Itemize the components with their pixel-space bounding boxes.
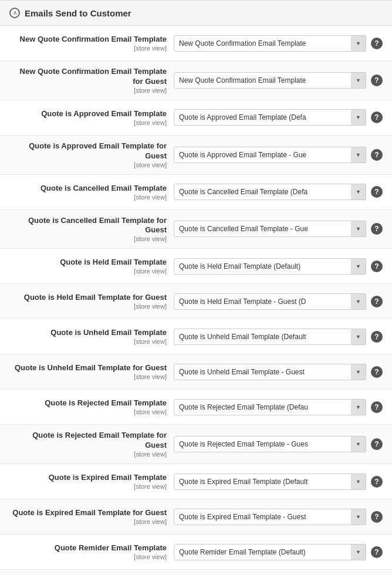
row-control: New Quote Confirmation Email Template? <box>174 35 383 52</box>
row-control: New Quote Confirmation Email Template? <box>174 72 383 89</box>
row-label: Quote Remider Email Template[store view] <box>9 543 174 560</box>
template-select[interactable]: Quote is Approved Email Template - Gue <box>174 147 366 163</box>
row-label-main: New Quote Confirmation Email Template <box>9 35 167 45</box>
select-wrapper: New Quote Confirmation Email Template <box>174 35 366 52</box>
row-label: Quote is Expired Email Template for Gues… <box>9 508 174 525</box>
row-label-main: Quote is Rejected Email Template <box>9 398 167 408</box>
row-label: Quote is Held Email Template for Guest[s… <box>9 293 174 310</box>
help-icon[interactable]: ? <box>371 75 383 86</box>
row-label-sub: [store view] <box>9 235 167 242</box>
template-select[interactable]: Quote is Cancelled Email Template (Defa <box>174 184 366 200</box>
template-select[interactable]: Quote is Expired Email Template (Default <box>174 473 366 490</box>
row-label: Quote is Cancelled Email Template for Gu… <box>9 216 174 243</box>
help-icon[interactable]: ? <box>371 546 383 558</box>
help-icon[interactable]: ? <box>371 223 383 235</box>
section-header[interactable]: Emails Send to Customer <box>0 0 392 26</box>
config-rows: New Quote Confirmation Email Template[st… <box>0 26 392 575</box>
row-label-main: Quote is Cancelled Email Template <box>9 184 167 194</box>
row-label: Quote is Approved Email Template for Gue… <box>9 141 174 168</box>
row-control: Quote is Approved Email Template - Gue? <box>174 147 383 163</box>
template-select[interactable]: New Quote Confirmation Email Template <box>174 35 366 52</box>
help-icon[interactable]: ? <box>371 149 383 161</box>
row-label-main: Quote is Unheld Email Template <box>9 328 167 338</box>
help-icon[interactable]: ? <box>371 476 383 488</box>
config-row: Quote is Rejected Email Template[store v… <box>0 390 392 425</box>
help-icon[interactable]: ? <box>371 261 383 272</box>
config-row: Quote is Approved Email Template[store v… <box>0 100 392 136</box>
section-container: Emails Send to Customer New Quote Confir… <box>0 0 392 575</box>
row-label-sub: [store view] <box>9 451 167 458</box>
row-label-sub: [store view] <box>9 408 167 415</box>
template-select[interactable]: Quote is Held Email Template (Default) <box>174 258 366 275</box>
row-label-sub: [store view] <box>9 373 167 380</box>
select-wrapper: Quote is Cancelled Email Template - Gue <box>174 221 366 237</box>
collapse-icon[interactable] <box>9 8 20 18</box>
row-label-main: Quote is Held Email Template <box>9 258 167 268</box>
help-icon[interactable]: ? <box>371 366 383 378</box>
config-row: Quote is Cancelled Email Template for Gu… <box>0 210 392 249</box>
row-label-main: Quote is Rejected Email Template for Gue… <box>9 431 167 451</box>
help-icon[interactable]: ? <box>371 401 383 413</box>
row-label-main: Quote is Expired Email Template for Gues… <box>9 508 167 518</box>
row-label-sub: [store view] <box>9 518 167 525</box>
help-icon[interactable]: ? <box>371 296 383 307</box>
row-label: Quote is Unheld Email Template[store vie… <box>9 328 174 345</box>
row-label-main: Quote is Unheld Email Template for Guest <box>9 363 167 373</box>
template-select[interactable]: Quote is Rejected Email Template (Defau <box>174 399 366 415</box>
row-label-main: Quote Remider Email Template <box>9 543 167 553</box>
row-control: Quote is Held Email Template (Default)? <box>174 258 383 275</box>
template-select[interactable]: Quote is Cancelled Email Template - Gue <box>174 221 366 237</box>
row-control: Quote is Rejected Email Template - Gues? <box>174 436 383 452</box>
select-wrapper: Quote is Rejected Email Template (Defau <box>174 399 366 415</box>
help-icon[interactable]: ? <box>371 438 383 450</box>
config-row: Quote is Approved Email Template for Gue… <box>0 136 392 175</box>
section-title: Emails Send to Customer <box>25 8 131 18</box>
row-control: Quote is Expired Email Template - Guest? <box>174 509 383 525</box>
row-control: Quote is Cancelled Email Template - Gue? <box>174 221 383 237</box>
row-label-main: Quote is Held Email Template for Guest <box>9 293 167 303</box>
row-label-main: Quote is Approved Email Template for Gue… <box>9 141 167 161</box>
select-wrapper: Quote is Unheld Email Template - Guest <box>174 364 366 380</box>
select-wrapper: Quote is Approved Email Template (Defa <box>174 109 366 126</box>
select-wrapper: Quote is Rejected Email Template - Gues <box>174 436 366 452</box>
help-icon[interactable]: ? <box>371 331 383 343</box>
config-row: Quote Message Email Template[store view]… <box>0 570 392 575</box>
help-icon[interactable]: ? <box>371 111 383 123</box>
template-select[interactable]: Quote is Held Email Template - Guest (D <box>174 293 366 310</box>
row-label: Quote is Expired Email Template[store vi… <box>9 473 174 490</box>
template-select[interactable]: Quote is Expired Email Template - Guest <box>174 509 366 525</box>
row-label-sub: [store view] <box>9 194 167 201</box>
select-wrapper: Quote is Expired Email Template (Default <box>174 473 366 490</box>
template-select[interactable]: New Quote Confirmation Email Template <box>174 72 366 89</box>
template-select[interactable]: Quote is Approved Email Template (Defa <box>174 109 366 126</box>
config-row: Quote Remider Email Template[store view]… <box>0 535 392 570</box>
row-label-main: Quote is Cancelled Email Template for Gu… <box>9 216 167 236</box>
config-row: New Quote Confirmation Email Template fo… <box>0 61 392 100</box>
select-wrapper: Quote is Held Email Template (Default) <box>174 258 366 275</box>
row-control: Quote is Approved Email Template (Defa? <box>174 109 383 126</box>
row-label: Quote is Approved Email Template[store v… <box>9 109 174 126</box>
row-label-sub: [store view] <box>9 553 167 560</box>
help-icon[interactable]: ? <box>371 38 383 49</box>
row-label-sub: [store view] <box>9 483 167 490</box>
row-label-sub: [store view] <box>9 119 167 126</box>
row-control: Quote is Cancelled Email Template (Defa? <box>174 184 383 200</box>
select-wrapper: Quote is Expired Email Template - Guest <box>174 509 366 525</box>
row-label-main: New Quote Confirmation Email Template fo… <box>9 67 167 87</box>
row-label: Quote is Unheld Email Template for Guest… <box>9 363 174 380</box>
select-wrapper: Quote is Approved Email Template - Gue <box>174 147 366 163</box>
select-wrapper: Quote Remider Email Template (Default) <box>174 544 366 560</box>
row-label-sub: [store view] <box>9 338 167 345</box>
row-label: Quote is Held Email Template[store view] <box>9 258 174 275</box>
help-icon[interactable]: ? <box>371 511 383 523</box>
template-select[interactable]: Quote is Rejected Email Template - Gues <box>174 436 366 452</box>
help-icon[interactable]: ? <box>371 186 383 198</box>
template-select[interactable]: Quote is Unheld Email Template (Default <box>174 329 366 345</box>
row-label-main: Quote is Expired Email Template <box>9 473 167 483</box>
config-row: Quote is Rejected Email Template for Gue… <box>0 425 392 464</box>
template-select[interactable]: Quote Remider Email Template (Default) <box>174 544 366 560</box>
select-wrapper: Quote is Cancelled Email Template (Defa <box>174 184 366 200</box>
row-label: Quote is Rejected Email Template[store v… <box>9 398 174 415</box>
template-select[interactable]: Quote is Unheld Email Template - Guest <box>174 364 366 380</box>
row-label-sub: [store view] <box>9 268 167 275</box>
